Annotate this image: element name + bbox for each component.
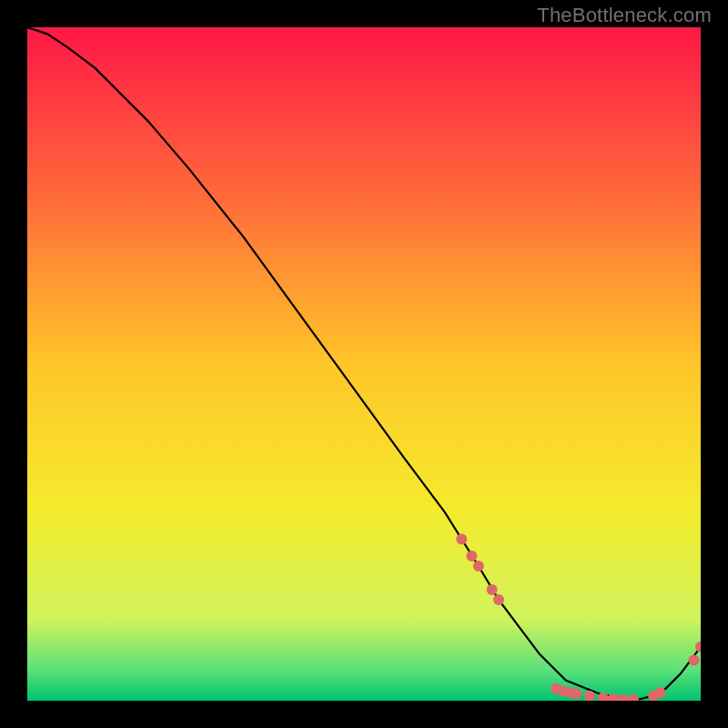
chart-container: TheBottleneck.com [0,0,728,728]
data-marker [456,533,467,544]
data-marker [473,561,484,571]
watermark-text: TheBottleneck.com [537,4,712,27]
data-marker [487,584,498,595]
data-marker [571,689,581,700]
data-marker [689,655,700,666]
data-marker [466,551,477,561]
data-marker [655,687,666,698]
plot-area [27,27,701,701]
gradient-background [27,27,701,701]
data-marker [493,594,504,605]
plot-svg [27,27,701,701]
